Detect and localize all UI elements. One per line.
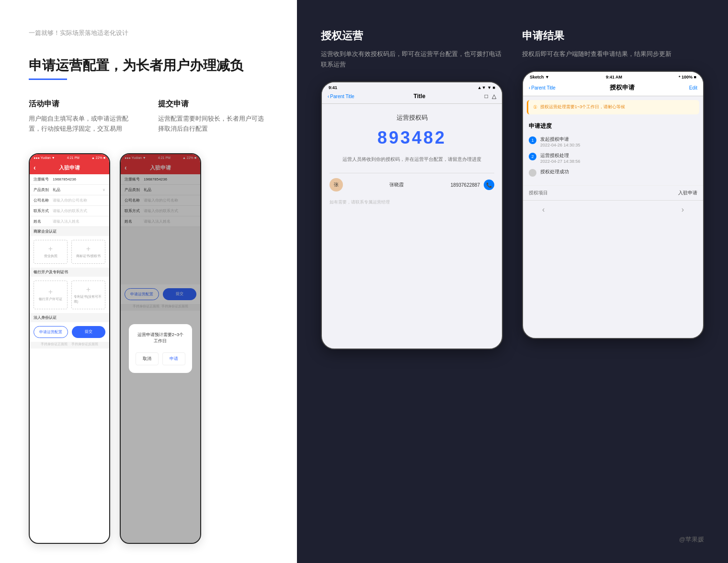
call-button[interactable]: 📞 xyxy=(484,180,494,190)
phone1-upload-bank-license[interactable]: + 银行开户许可证 xyxy=(34,281,68,309)
result-row: 授权项目 入驻申请 xyxy=(523,185,703,200)
phone1-field-account: 注册账号 19687854236 xyxy=(30,174,109,185)
ios-nav-result: ‹ Parent Title 授权申请 Edit xyxy=(523,80,703,96)
ios-back-auth[interactable]: ‹ Parent Title xyxy=(328,94,354,99)
phone1-trademark-label: 商标证书/授权书 xyxy=(76,254,101,259)
phone-icon: 📞 xyxy=(486,182,492,188)
phone1-status-right: ▲ 22% ■ xyxy=(91,156,105,159)
progress-dot-1: 1 xyxy=(529,136,536,144)
auth-code-label: 运营授权码 xyxy=(330,113,494,122)
dialog-box: 运营申请预计需要2~3个工作日 取消 申请 xyxy=(129,324,193,373)
ios-phone-auth: 9:41 ▲▼ ▼ ■ ‹ Parent Title Title □ △ 运营授… xyxy=(321,81,503,349)
nav-prev-icon[interactable]: ‹ xyxy=(542,205,545,214)
step-time-1: 2022-04-26 14:30:35 xyxy=(540,143,697,147)
nav-next-icon[interactable]: › xyxy=(682,205,684,214)
triangle-icon: △ xyxy=(492,93,496,100)
phone1-id-back-label: 手持身份证反面照 xyxy=(71,342,98,346)
phone1-section-cert: 商家企业认证 xyxy=(30,227,109,236)
phone1-label-name: 姓名 xyxy=(34,219,53,224)
step-time-2: 2022-04-27 14:38:56 xyxy=(540,159,697,164)
dialog-overlay: 运营申请预计需要2~3个工作日 取消 申请 xyxy=(121,154,200,543)
progress-text-3: 授权处理成功 xyxy=(540,169,697,175)
section-submit-desc: 运营配置需要时间较长，长者用户可选择取消后自行配置 xyxy=(158,114,268,134)
phone1-field-company[interactable]: 公司名称 请输入你的公司名称 xyxy=(30,195,109,206)
apply-operation-button[interactable]: 申请运营配置 xyxy=(34,326,68,338)
ios-status-time-result: 9:41 AM xyxy=(606,75,622,79)
phone1-label-contact: 联系方式 xyxy=(34,208,53,214)
right-column-auth: 授权运营 运营收到单次有效授权码后，即可在运营平台配置，也可拨打电话联系运营 9… xyxy=(321,29,503,528)
progress-text-2: 运营授权处理 2022-04-27 14:38:56 xyxy=(540,152,697,164)
phone1-placeholder-company: 请输入你的公司名称 xyxy=(53,198,105,203)
ios-status-right-auth: ▲▼ ▼ ■ xyxy=(478,85,495,90)
plus-icon: + xyxy=(48,245,53,253)
phone1-placeholder-name: 请输入法人姓名 xyxy=(53,219,105,224)
dialog-text: 运营申请预计需要2~3个工作日 xyxy=(136,332,186,345)
section-activity-title: 活动申请 xyxy=(29,99,139,109)
phone1-field-name[interactable]: 姓名 请输入法人姓名 xyxy=(30,216,109,227)
chevron-left-icon: ‹ xyxy=(328,94,329,99)
phone1-header-title: 入驻申请 xyxy=(59,164,80,171)
sections-row: 活动申请 用户能自主填写表单，或申请运营配置，行动按钮悬浮固定，交互易用 提交申… xyxy=(29,99,268,134)
progress-title: 申请进度 xyxy=(529,122,697,130)
phone1: ●●● Yudian ▼ 4:21 PM ▲ 22% ■ ‹ 入驻申请 注册账号… xyxy=(29,153,110,544)
phone1-upload-cert: + 营业执照 + 商标证书/授权书 xyxy=(30,236,109,268)
phone1-status-bar: ●●● Yudian ▼ 4:21 PM ▲ 22% ■ xyxy=(30,154,109,161)
phone1-label-account: 注册账号 xyxy=(34,177,53,182)
phone1-section-id: 法人身份认证 xyxy=(30,313,109,322)
square-icon: □ xyxy=(485,93,488,100)
phone1-id-front-label: 手持身份证正面照 xyxy=(41,342,68,346)
phone1-field-category[interactable]: 产品类别 礼品 ∨ xyxy=(30,185,109,195)
phone1-label-category: 产品类别 xyxy=(34,187,53,192)
ios-status-bar-result: Sketch ▼ 9:41 AM * 100% ■ xyxy=(523,72,703,80)
phone1-upload-patent[interactable]: + 专利证书(没有可不填) xyxy=(71,281,105,309)
contact-phone: 18937622887 xyxy=(451,182,480,188)
phone1-back-icon[interactable]: ‹ xyxy=(34,164,36,171)
phone1-status-time: 4:21 PM xyxy=(67,156,80,159)
phone1-upload-trademark[interactable]: + 商标证书/授权书 xyxy=(71,240,105,264)
result-value: 入驻申请 xyxy=(678,190,697,196)
plus-icon-2: + xyxy=(86,245,91,253)
result-desc: 授权后即可在客户端随时查看申请结果，结果同步更新 xyxy=(522,49,704,59)
phone1-upload-bank: + 银行开户许可证 + 专利证书(没有可不填) xyxy=(30,277,109,313)
phone1-value-category: 礼品 xyxy=(53,187,102,192)
nav-bottom: ‹ › xyxy=(523,200,703,219)
submit-button[interactable]: 提交 xyxy=(72,326,105,338)
phone1-field-contact[interactable]: 联系方式 请输入你的联系方式 xyxy=(30,206,109,216)
ios-nav-title-auth: Title xyxy=(414,93,425,100)
chevron-left-icon-2: ‹ xyxy=(529,85,530,90)
ios-nav-edit-button[interactable]: Edit xyxy=(689,85,697,90)
auth-code-screen: 运营授权码 893482 运营人员将收到你的授权码，并在运营平台配置，请留意办理… xyxy=(322,104,502,218)
title-underline xyxy=(29,79,67,80)
right-panel: 授权运营 运营收到单次有效授权码后，即可在运营平台配置，也可拨打电话联系运营 9… xyxy=(297,0,728,563)
phone1-body: 注册账号 19687854236 产品类别 礼品 ∨ 公司名称 请输入你的公司名… xyxy=(30,174,109,349)
result-title: 申请结果 xyxy=(522,29,704,43)
progress-section: 申请进度 1 发起授权申请 2022-04-26 14:30:35 2 运营授权… xyxy=(523,118,703,185)
phone1-patent-label: 专利证书(没有可不填) xyxy=(74,294,103,304)
progress-item-3: 授权处理成功 xyxy=(529,169,697,177)
dialog-confirm-button[interactable]: 申请 xyxy=(162,352,185,365)
ios-back-result[interactable]: ‹ Parent Title xyxy=(529,85,556,90)
dialog-cancel-button[interactable]: 取消 xyxy=(136,352,159,365)
ios-status-bar-auth: 9:41 ▲▼ ▼ ■ xyxy=(322,82,502,91)
progress-item-2: 2 运营授权处理 2022-04-27 14:38:56 xyxy=(529,152,697,164)
progress-dot-2: 2 xyxy=(529,153,536,160)
plus-icon-4: + xyxy=(86,286,91,293)
auth-title: 授权运营 xyxy=(321,29,503,43)
section-activity-desc: 用户能自主填写表单，或申请运营配置，行动按钮悬浮固定，交互易用 xyxy=(29,114,139,134)
phone1-status-left: ●●● Yudian ▼ xyxy=(34,156,55,159)
step-name-1: 发起授权申请 xyxy=(540,136,697,143)
right-content: 授权运营 运营收到单次有效授权码后，即可在运营平台配置，也可拨打电话联系运营 9… xyxy=(321,29,704,528)
alert-banner: ① 授权运营处理需要1~3个工作日，请耐心等候 xyxy=(527,100,699,114)
phones-row: ●●● Yudian ▼ 4:21 PM ▲ 22% ■ ‹ 入驻申请 注册账号… xyxy=(29,153,268,544)
contact-note: 如有需要，请联系专属运营经理 xyxy=(330,196,494,208)
phone2: ●●● Yudian ▼ 4:21 PM ▲ 22% ■ ‹ 入驻申请 注册账号… xyxy=(120,153,201,544)
phone1-placeholder-contact: 请输入你的联系方式 xyxy=(53,208,105,214)
progress-item-1: 1 发起授权申请 2022-04-26 14:30:35 xyxy=(529,136,697,147)
ios-back-label-auth: Parent Title xyxy=(330,94,354,99)
ios-status-time-auth: 9:41 xyxy=(329,85,337,90)
ios-status-left-result: Sketch ▼ xyxy=(530,75,549,79)
phone1-upload-license[interactable]: + 营业执照 xyxy=(34,240,68,264)
left-panel: 一篇就够！实际场景落地适老化设计 申请运营配置，为长者用户办理减负 活动申请 用… xyxy=(0,0,297,563)
result-label: 授权项目 xyxy=(529,190,548,196)
step-name-2: 运营授权处理 xyxy=(540,152,697,159)
